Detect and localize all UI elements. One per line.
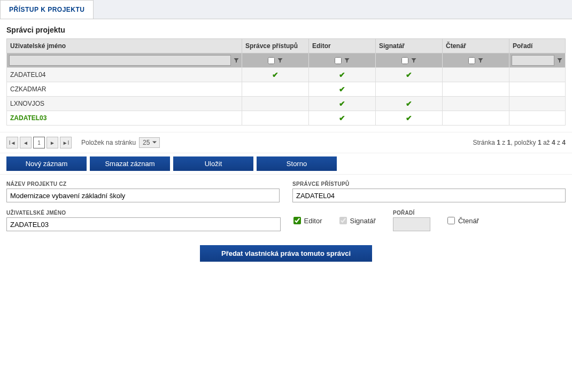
managers-grid: Uživatelské jméno Správce přístupů Edito… [6, 38, 566, 126]
filter-icon[interactable] [556, 57, 563, 64]
cell-access-admin [242, 111, 309, 126]
save-button[interactable]: Uložit [173, 156, 253, 171]
check-icon: ✔ [339, 70, 345, 79]
cell-access-admin [242, 82, 309, 97]
pager: I◄ ◄ 1 ► ►I Položek na stránku 25 Stránk… [0, 132, 572, 153]
filter-signatory-checkbox[interactable] [401, 57, 408, 64]
filter-row [7, 53, 566, 68]
col-order[interactable]: Pořadí [509, 39, 566, 53]
reader-checkbox-label: Čtenář [458, 217, 479, 225]
cell-reader [443, 97, 509, 111]
pager-prev[interactable]: ◄ [20, 137, 32, 148]
cell-order [509, 68, 566, 82]
username-input[interactable] [6, 217, 281, 231]
pager-first[interactable]: I◄ [6, 137, 18, 148]
col-reader[interactable]: Čtenář [443, 39, 509, 53]
order-input [393, 217, 430, 231]
filter-icon[interactable] [277, 57, 283, 64]
table-row[interactable]: ZADATEL04✔✔✔ [7, 68, 566, 82]
cell-signatory: ✔ [376, 68, 443, 82]
filter-access-admin-checkbox[interactable] [268, 57, 275, 64]
col-username[interactable]: Uživatelské jméno [7, 39, 242, 53]
table-row[interactable]: ZADATEL03✔✔ [7, 111, 566, 126]
cell-username: ZADATEL04 [7, 68, 242, 82]
cell-username: CZKADMAR [7, 82, 242, 97]
cell-editor: ✔ [309, 68, 376, 82]
detail-form: NÁZEV PROJEKTU CZ SPRÁVCE PŘÍSTUPŮ UŽIVA… [0, 175, 572, 281]
col-access-admin[interactable]: Správce přístupů [242, 39, 309, 53]
check-icon: ✔ [272, 70, 279, 79]
cell-editor: ✔ [309, 97, 376, 111]
project-name-input[interactable] [6, 189, 280, 202]
cell-access-admin [242, 97, 309, 111]
filter-order-input[interactable] [512, 55, 554, 66]
filter-icon[interactable] [411, 57, 417, 64]
check-icon: ✔ [406, 114, 412, 122]
editor-checkbox-label: Editor [304, 217, 322, 225]
cell-editor: ✔ [309, 82, 376, 97]
pager-last[interactable]: ►I [60, 137, 72, 148]
pager-next[interactable]: ► [47, 137, 58, 148]
project-name-label: NÁZEV PROJEKTU CZ [6, 181, 280, 187]
check-icon: ✔ [339, 114, 345, 122]
pager-summary: Stránka 1 z 1, položky 1 až 4 z 4 [473, 139, 566, 146]
cell-username: ZADATEL03 [7, 111, 242, 126]
signatory-checkbox [339, 217, 347, 224]
filter-reader-checkbox[interactable] [468, 57, 475, 64]
signatory-checkbox-label: Signatář [350, 217, 376, 225]
delete-record-button[interactable]: Smazat záznam [90, 156, 170, 171]
cell-reader [443, 82, 509, 97]
access-admin-label: SPRÁVCE PŘÍSTUPŮ [292, 181, 566, 187]
action-row: Nový záznam Smazat záznam Uložit Storno [0, 153, 572, 175]
filter-icon[interactable] [233, 57, 239, 64]
items-per-page-select[interactable]: 25 [139, 137, 160, 148]
check-icon: ✔ [339, 85, 345, 93]
reader-checkbox[interactable] [447, 217, 455, 224]
table-row[interactable]: CZKADMAR✔ [7, 82, 566, 97]
filter-icon[interactable] [344, 57, 350, 64]
transfer-ownership-button[interactable]: Předat vlastnická práva tomuto správci [200, 245, 372, 262]
pager-current[interactable]: 1 [33, 137, 45, 148]
filter-username-input[interactable] [9, 55, 231, 66]
username-label: UŽIVATELSKÉ JMÉNO [6, 210, 281, 216]
check-icon: ✔ [339, 99, 345, 108]
cell-signatory [376, 82, 443, 97]
tab-bar: PŘÍSTUP K PROJEKTU [0, 0, 572, 19]
order-label: POŘADÍ [393, 210, 430, 216]
new-record-button[interactable]: Nový záznam [6, 156, 87, 171]
editor-checkbox[interactable] [293, 217, 301, 224]
section-title: Správci projektu [6, 26, 566, 34]
check-icon: ✔ [406, 99, 412, 108]
cell-signatory: ✔ [376, 111, 443, 126]
access-admin-input[interactable] [292, 189, 566, 202]
col-editor[interactable]: Editor [309, 39, 376, 53]
cell-order [509, 97, 566, 111]
cell-editor: ✔ [309, 111, 376, 126]
check-icon: ✔ [406, 70, 412, 79]
cell-access-admin: ✔ [242, 68, 309, 82]
cell-order [509, 111, 566, 126]
filter-editor-checkbox[interactable] [335, 57, 342, 64]
items-per-page-label: Položek na stránku [81, 139, 136, 146]
table-row[interactable]: LXNOVJOS✔✔ [7, 97, 566, 111]
cancel-button[interactable]: Storno [257, 156, 337, 171]
cell-signatory: ✔ [376, 97, 443, 111]
cell-order [509, 82, 566, 97]
filter-icon[interactable] [477, 57, 484, 64]
cell-username: LXNOVJOS [7, 97, 242, 111]
cell-reader [443, 68, 509, 82]
cell-reader [443, 111, 509, 126]
col-signatory[interactable]: Signatář [376, 39, 443, 53]
tab-project-access[interactable]: PŘÍSTUP K PROJEKTU [0, 0, 94, 19]
